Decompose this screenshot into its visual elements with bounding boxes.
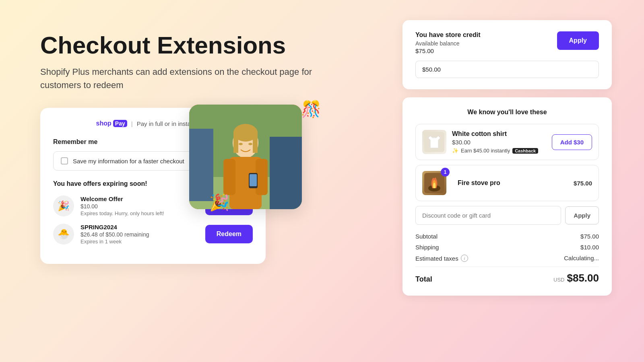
- product-price-stove: $75.00: [574, 180, 592, 187]
- right-section: You have store credit Available balance …: [402, 20, 612, 296]
- page-title: Checkout Extensions: [40, 32, 314, 59]
- taxes-row: Estimated taxes i Calculating...: [415, 255, 599, 262]
- total-row: Total USD $85.00: [415, 267, 599, 284]
- total-label: Total: [415, 275, 432, 284]
- shoppay-pay-box: Pay: [113, 120, 127, 127]
- product-info-shirt: White cotton shirt $30.00 ✨ Earn $45.00 …: [452, 130, 546, 154]
- product-name-stove: Fire stove pro: [458, 179, 568, 187]
- cashback-text: Earn $45.00 instantly: [461, 148, 510, 154]
- taxes-info-icon[interactable]: i: [461, 255, 468, 262]
- product-price-shirt: $30.00: [452, 139, 546, 146]
- order-summary: Subtotal $75.00 Shipping $10.00 Estimate…: [415, 233, 599, 284]
- save-info-label: Save my information for a faster checkou…: [73, 158, 184, 165]
- taxes-label: Estimated taxes: [415, 255, 458, 262]
- shirt-svg: [424, 132, 444, 152]
- taxes-label-group: Estimated taxes i: [415, 255, 468, 262]
- offer-info-welcome: Welcome Offer $10.00 Expires today. Hurr…: [80, 195, 205, 216]
- svg-rect-3: [270, 137, 302, 209]
- store-credit-apply-button[interactable]: Apply: [557, 31, 599, 50]
- upsell-card: We know you'll love these White cotton s…: [402, 97, 612, 296]
- svg-rect-6: [233, 133, 238, 153]
- shipping-label: Shipping: [415, 244, 439, 251]
- product-image-shirt: [422, 130, 446, 154]
- total-currency: USD: [553, 277, 564, 283]
- stove-wrapper: 1: [422, 171, 446, 195]
- party-hat-icon: 🎉: [209, 193, 229, 212]
- offer-icon-welcome: 🎉: [53, 195, 74, 216]
- store-credit-title: You have store credit: [415, 31, 481, 39]
- offer-expiry-spring: Expires in 1 week: [80, 239, 205, 245]
- offer-item-spring: 🐣 SPRING2024 $26.48 of $50.00 remaining …: [53, 224, 253, 245]
- product-item-shirt: White cotton shirt $30.00 ✨ Earn $45.00 …: [415, 124, 599, 160]
- shoppay-divider: |: [131, 120, 133, 127]
- subtotal-value: $75.00: [580, 233, 599, 240]
- shipping-row: Shipping $10.00: [415, 244, 599, 251]
- total-amount: $85.00: [567, 272, 599, 284]
- offer-expiry-welcome: Expires today. Hurry, only hours left!: [80, 210, 205, 216]
- stove-badge: 1: [441, 168, 450, 177]
- cashback-row: ✨ Earn $45.00 instantly Cashback: [452, 148, 546, 154]
- svg-point-11: [239, 143, 243, 145]
- offer-name-welcome: Welcome Offer: [80, 195, 205, 202]
- product-name-shirt: White cotton shirt: [452, 130, 546, 138]
- balance-label: Available balance: [415, 40, 481, 47]
- svg-rect-14: [250, 174, 257, 186]
- photo-overlay: [189, 105, 302, 209]
- save-info-checkbox[interactable]: [61, 157, 68, 165]
- svg-rect-7: [253, 133, 258, 153]
- offer-info-spring: SPRING2024 $26.48 of $50.00 remaining Ex…: [80, 224, 205, 245]
- shipping-value: $10.00: [580, 244, 599, 251]
- subtotal-row: Subtotal $75.00: [415, 233, 599, 240]
- offer-amount-welcome: $10.00: [80, 203, 205, 210]
- discount-row: Apply: [415, 206, 599, 225]
- store-credit-info: You have store credit Available balance …: [415, 31, 481, 54]
- balance-amount: $75.00: [415, 47, 481, 54]
- redeem-button-spring[interactable]: Redeem: [205, 225, 253, 243]
- offer-name-spring: SPRING2024: [80, 224, 205, 230]
- product-info-stove: Fire stove pro: [458, 179, 568, 187]
- shoppay-logo: shop Pay: [96, 120, 127, 127]
- person-svg: [189, 105, 302, 209]
- subtotal-label: Subtotal: [415, 233, 438, 240]
- store-credit-header: You have store credit Available balance …: [415, 31, 599, 54]
- discount-apply-button[interactable]: Apply: [565, 206, 599, 224]
- total-amount-group: USD $85.00: [553, 272, 599, 284]
- offer-icon-spring: 🐣: [53, 224, 74, 245]
- shoppay-shop-text: shop: [96, 120, 111, 127]
- product-item-stove: 1 Fire stove pro $75.00: [415, 165, 599, 201]
- stove-svg: [424, 173, 444, 193]
- discount-code-input[interactable]: [415, 206, 561, 225]
- cashback-icon: ✨: [452, 148, 458, 154]
- confetti-icon: 🎊: [301, 100, 321, 119]
- svg-rect-2: [189, 129, 213, 201]
- redeem-amount-input[interactable]: [415, 61, 599, 78]
- offer-amount-spring: $26.48 of $50.00 remaining: [80, 231, 205, 238]
- svg-point-12: [248, 143, 252, 145]
- store-credit-card: You have store credit Available balance …: [402, 20, 612, 89]
- upsell-title: We know you'll love these: [415, 109, 599, 116]
- person-figure: [189, 105, 302, 209]
- cashback-badge: Cashback: [512, 148, 538, 154]
- page-subtitle: Shopify Plus merchants can add extension…: [40, 65, 314, 92]
- svg-rect-9: [223, 159, 235, 195]
- taxes-value: Calculating...: [564, 255, 599, 262]
- add-shirt-button[interactable]: Add $30: [552, 134, 592, 150]
